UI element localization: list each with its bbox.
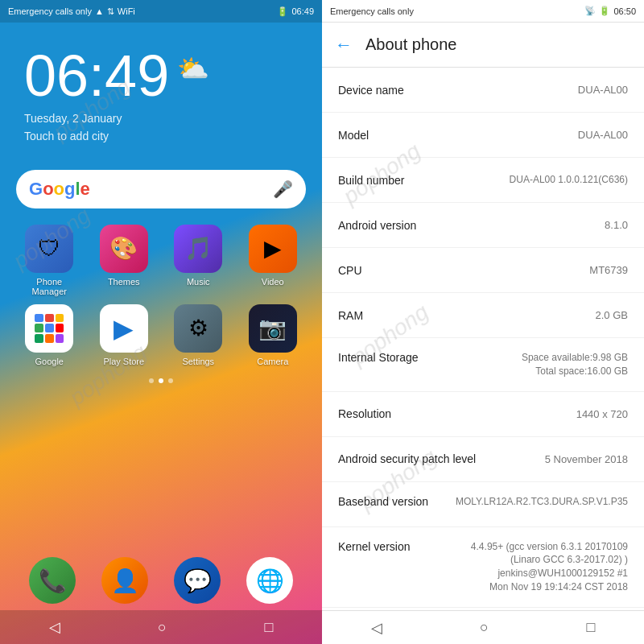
gg-n <box>45 334 54 343</box>
google-grid-icon <box>35 314 64 343</box>
settings-item-android-version[interactable]: Android version 8.1.0 <box>322 203 644 248</box>
phone-manager-icon: 🛡 <box>25 225 73 273</box>
kernel-value: 4.4.95+ (gcc version 6.3.1 20170109 (Lin… <box>471 540 628 594</box>
settings-item-resolution[interactable]: Resolution 1440 x 720 <box>322 392 644 437</box>
settings-item-ram[interactable]: RAM 2.0 GB <box>322 293 644 338</box>
dot-1 <box>149 378 154 383</box>
cpu-value: MT6739 <box>589 264 628 276</box>
play-store-label: Play Store <box>103 357 144 366</box>
ram-value: 2.0 GB <box>596 309 628 321</box>
internal-storage-value: Space available:9.98 GB Total space:16.0… <box>522 351 628 378</box>
google-app-icon <box>25 304 73 353</box>
back-button-right[interactable]: ◁ <box>371 619 382 637</box>
right-panel: pophong pophong pophong Emergency calls … <box>322 0 644 644</box>
settings-icon: ⚙ <box>174 304 222 353</box>
google-letter-e: e <box>80 179 90 199</box>
ram-label: RAM <box>338 309 363 322</box>
clock-time: 06:49 <box>24 47 169 105</box>
kernel-label: Kernel version <box>338 540 411 553</box>
build-number-label: Build number <box>338 174 405 187</box>
baseband-label: Baseband version <box>338 495 428 508</box>
left-nav-bar: ◁ ○ □ <box>0 610 322 644</box>
settings-list: Device name DUA-AL00 Model DUA-AL00 Buil… <box>322 68 644 610</box>
settings-item-baseband[interactable]: Baseband version MOLY.LR12A.R2.TC3.DURA.… <box>322 482 644 527</box>
device-name-value: DUA-AL00 <box>578 84 628 96</box>
music-label: Music <box>187 277 210 287</box>
gg-d <box>35 324 43 332</box>
baseband-value: MOLY.LR12A.R2.TC3.DURA.SP.V1.P35 <box>456 495 628 509</box>
video-label: Video <box>262 277 284 287</box>
settings-label: Settings <box>182 357 214 366</box>
gg-s <box>56 334 64 343</box>
google-letter-o1: o <box>43 179 53 199</box>
app-item-video[interactable]: ▶ Video <box>240 225 307 296</box>
dot-2-active <box>159 378 163 383</box>
date-display: Tuesday, 2 January Touch to add city <box>24 109 298 146</box>
right-emergency-text: Emergency calls only <box>330 6 414 16</box>
dock-messages-icon[interactable]: 💬 <box>174 557 221 604</box>
left-status-bar: Emergency calls only ▲ ⇅ WiFi 🔋 06:49 <box>0 0 322 23</box>
internal-storage-label: Internal Storage <box>338 351 419 364</box>
device-name-label: Device name <box>338 84 404 97</box>
app-item-settings[interactable]: ⚙ Settings <box>165 304 232 366</box>
bottom-dock: 📞 👤 💬 🌐 <box>0 557 322 604</box>
left-panel: pophong pophong pophong Emergency calls … <box>0 0 322 644</box>
settings-item-kernel[interactable]: Kernel version 4.4.95+ (gcc version 6.3.… <box>322 527 644 608</box>
camera-label: Camera <box>257 357 288 366</box>
back-button-left[interactable]: ◁ <box>49 618 60 636</box>
gg-m <box>45 314 54 323</box>
time-display: 06:49 <box>291 6 314 16</box>
settings-item-cpu[interactable]: CPU MT6739 <box>322 248 644 293</box>
build-number-value: DUA-AL00 1.0.0.121(C636) <box>510 173 628 187</box>
signal-icon: ▲ <box>95 6 104 16</box>
dock-phone-icon[interactable]: 📞 <box>29 557 76 604</box>
video-icon: ▶ <box>249 225 297 273</box>
home-button-right[interactable]: ○ <box>480 619 489 636</box>
date-text: Tuesday, 2 January <box>24 109 298 127</box>
app-item-themes[interactable]: 🎨 Themes <box>91 225 158 296</box>
home-button-left[interactable]: ○ <box>158 619 167 636</box>
security-patch-label: Android security patch level <box>338 452 476 465</box>
google-letter-g2: g <box>64 179 75 199</box>
settings-item-internal-storage[interactable]: Internal Storage Space available:9.98 GB… <box>322 338 644 392</box>
microphone-icon[interactable]: 🎤 <box>273 180 293 199</box>
app-item-play-store[interactable]: ▶ Play Store <box>91 304 158 366</box>
page-title: About phone <box>365 35 456 54</box>
recent-button-left[interactable]: □ <box>264 619 273 636</box>
weather-icon: ⛅ <box>177 53 209 84</box>
right-status-left: Emergency calls only <box>330 6 414 16</box>
resolution-label: Resolution <box>338 407 391 420</box>
back-arrow-button[interactable]: ← <box>335 35 353 56</box>
right-toolbar: ← About phone <box>322 23 644 68</box>
app-item-google[interactable]: Google <box>16 304 83 366</box>
settings-item-device-name[interactable]: Device name DUA-AL00 <box>322 68 644 113</box>
security-patch-value: 5 November 2018 <box>545 453 628 465</box>
themes-label: Themes <box>108 277 140 287</box>
battery-icon: 🔋 <box>277 6 288 17</box>
settings-item-security-patch[interactable]: Android security patch level 5 November … <box>322 437 644 482</box>
page-dots <box>0 378 322 383</box>
right-status-bar: Emergency calls only 📡 🔋 06:50 <box>322 0 644 23</box>
gg-p <box>45 324 54 332</box>
settings-item-model[interactable]: Model DUA-AL00 <box>322 113 644 158</box>
settings-item-build-number[interactable]: Build number DUA-AL00 1.0.0.121(C636) <box>322 158 644 203</box>
dot-3 <box>168 378 173 383</box>
left-status-left: Emergency calls only ▲ ⇅ WiFi <box>8 6 135 17</box>
emergency-calls-text: Emergency calls only <box>8 6 92 16</box>
gg-k <box>35 334 43 343</box>
left-status-right: 🔋 06:49 <box>277 6 314 17</box>
right-battery-icon: 🔋 <box>599 6 610 16</box>
google-search-bar[interactable]: Google 🎤 <box>16 170 306 208</box>
data-icon: ⇅ <box>107 6 114 17</box>
app-grid: 🛡 PhoneManager 🎨 Themes 🎵 Music ▶ Video <box>0 217 322 374</box>
app-item-phone-manager[interactable]: 🛡 PhoneManager <box>16 225 83 296</box>
dock-contacts-icon[interactable]: 👤 <box>101 557 148 604</box>
app-item-camera[interactable]: 📷 Camera <box>240 304 307 366</box>
wifi-icon: WiFi <box>118 6 135 16</box>
google-letter-g: G <box>29 179 43 199</box>
dock-chrome-icon[interactable]: 🌐 <box>246 557 293 604</box>
right-time-display: 06:50 <box>613 6 636 16</box>
google-letter-o2: o <box>54 179 64 199</box>
recent-button-right[interactable]: □ <box>586 619 595 636</box>
app-item-music[interactable]: 🎵 Music <box>165 225 232 296</box>
